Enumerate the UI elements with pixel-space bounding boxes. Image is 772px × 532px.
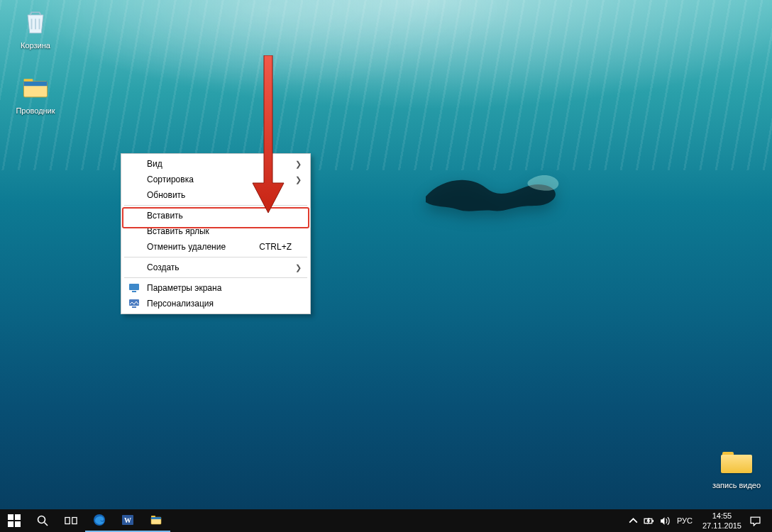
menu-item-label: Сортировка — [147, 174, 292, 184]
svg-rect-19 — [151, 517, 161, 519]
svg-line-12 — [45, 523, 48, 526]
volume-icon — [659, 516, 670, 526]
svg-point-11 — [38, 516, 45, 523]
tray-language[interactable]: РУС — [673, 509, 697, 532]
tray-power[interactable] — [641, 509, 657, 532]
svg-rect-1 — [24, 82, 48, 86]
svg-rect-13 — [65, 518, 70, 524]
taskbar-app-edge[interactable] — [85, 509, 114, 532]
task-view-icon — [65, 514, 77, 527]
power-icon — [644, 516, 654, 526]
monitor-icon — [128, 283, 140, 293]
tray-language-label: РУС — [677, 516, 693, 525]
notification-icon — [750, 516, 761, 526]
desktop-icon-label: запись видео — [710, 481, 763, 489]
desktop-wallpaper[interactable]: Корзина Проводник запись видео Вид ❯ Сор… — [0, 0, 772, 509]
menu-separator — [124, 205, 307, 206]
search-icon — [36, 514, 49, 527]
menu-item-create[interactable]: Создать ❯ — [123, 260, 309, 275]
desktop-icon-label: Корзина — [9, 41, 62, 50]
svg-text:W: W — [124, 516, 131, 524]
menu-item-label: Обновить — [147, 190, 292, 200]
menu-item-label: Создать — [147, 262, 292, 272]
clock-time: 14:55 — [702, 511, 741, 521]
menu-separator — [124, 257, 307, 257]
menu-item-label: Вставить — [147, 211, 292, 221]
desktop-icon-recycle-bin[interactable]: Корзина — [9, 6, 62, 50]
desktop-icon-explorer[interactable]: Проводник — [9, 71, 62, 115]
chevron-right-icon: ❯ — [295, 175, 302, 184]
menu-separator — [124, 277, 307, 278]
menu-item-paste-shortcut[interactable]: Вставить ярлык — [123, 223, 309, 239]
desktop-icon-label: Проводник — [9, 106, 62, 115]
tray-chevron-up[interactable] — [626, 509, 641, 532]
system-tray: РУС 14:55 27.11.2015 — [626, 509, 772, 532]
svg-rect-8 — [15, 514, 21, 520]
menu-item-personalize[interactable]: Персонализация — [123, 296, 309, 311]
windows-logo-icon — [8, 514, 21, 527]
svg-rect-7 — [8, 514, 13, 520]
clock-date: 27.11.2015 — [702, 521, 741, 531]
chevron-right-icon: ❯ — [295, 160, 302, 169]
menu-item-label: Вид — [147, 159, 292, 169]
menu-item-undo-delete[interactable]: Отменить удаление CTRL+Z — [123, 239, 309, 255]
file-explorer-icon — [150, 514, 162, 526]
personalize-icon — [128, 299, 140, 309]
folder-icon — [719, 445, 754, 480]
edge-icon — [93, 514, 106, 526]
menu-item-paste[interactable]: Вставить — [123, 208, 309, 223]
recycle-bin-icon — [18, 6, 53, 40]
menu-item-label: Отменить удаление — [147, 242, 259, 252]
svg-rect-6 — [132, 306, 136, 308]
file-explorer-icon — [18, 71, 53, 105]
wallpaper-swimmer — [419, 167, 561, 231]
search-button[interactable] — [28, 509, 57, 532]
menu-item-shortcut: CTRL+Z — [259, 242, 292, 252]
start-button[interactable] — [0, 509, 28, 532]
tray-clock[interactable]: 14:55 27.11.2015 — [697, 511, 747, 531]
menu-item-label: Вставить ярлык — [147, 226, 292, 236]
svg-rect-20 — [151, 516, 155, 517]
menu-item-label: Персонализация — [147, 299, 292, 309]
menu-item-sort[interactable]: Сортировка ❯ — [123, 172, 309, 187]
word-icon: W — [121, 514, 134, 526]
chevron-up-icon — [628, 516, 639, 526]
menu-item-label: Параметры экрана — [147, 283, 292, 293]
svg-rect-14 — [72, 518, 77, 524]
tray-action-center[interactable] — [747, 509, 763, 532]
svg-rect-9 — [8, 521, 13, 527]
desktop-icon-folder-video[interactable]: запись видео — [710, 445, 763, 489]
chevron-right-icon: ❯ — [295, 263, 302, 272]
menu-item-view[interactable]: Вид ❯ — [123, 156, 309, 172]
task-view-button[interactable] — [57, 509, 85, 532]
desktop-context-menu: Вид ❯ Сортировка ❯ Обновить Вставить Вст… — [121, 153, 311, 314]
taskbar-app-explorer[interactable] — [142, 509, 170, 532]
svg-rect-3 — [129, 284, 139, 290]
tray-volume[interactable] — [657, 509, 673, 532]
menu-item-refresh[interactable]: Обновить — [123, 187, 309, 203]
svg-rect-22 — [653, 519, 654, 521]
svg-rect-2 — [24, 79, 33, 82]
taskbar: W РУС 14:55 — [0, 509, 772, 532]
menu-item-display-settings[interactable]: Параметры экрана — [123, 280, 309, 296]
svg-rect-10 — [15, 521, 21, 527]
taskbar-app-word[interactable]: W — [114, 509, 142, 532]
svg-rect-4 — [132, 291, 136, 292]
